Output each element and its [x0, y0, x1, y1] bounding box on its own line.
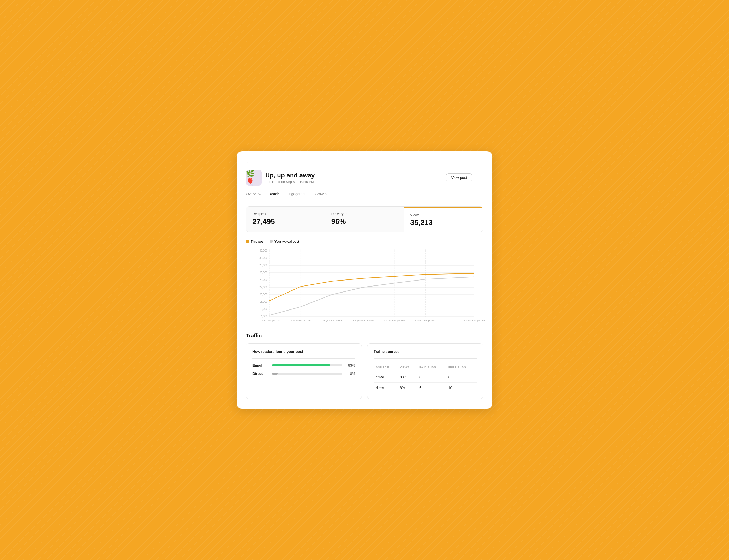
row-email-paid: 0 — [417, 372, 446, 382]
traffic-title: Traffic — [246, 333, 483, 339]
tab-growth[interactable]: Growth — [315, 192, 326, 199]
traffic-section: Traffic How readers found your post Emai… — [246, 333, 483, 399]
row-direct-views: 8% — [398, 382, 417, 393]
how-found-card: How readers found your post Email 83% Di… — [246, 343, 362, 399]
svg-text:5 days after publish: 5 days after publish — [415, 319, 436, 322]
svg-text:16,000: 16,000 — [259, 308, 268, 311]
legend-label-this-post: This post — [251, 240, 264, 243]
chart-svg-wrapper: 32,000 30,000 28,000 26,000 24,000 22,00… — [246, 247, 483, 321]
col-source: SOURCE — [374, 363, 398, 372]
tab-reach[interactable]: Reach — [268, 192, 279, 199]
svg-text:14,000: 14,000 — [259, 315, 268, 318]
typical-post-line — [269, 277, 474, 315]
back-button[interactable]: ← — [246, 160, 251, 166]
svg-text:4 days after publish: 4 days after publish — [384, 319, 405, 322]
row-email-source: email — [374, 372, 398, 382]
legend-this-post: This post — [246, 240, 264, 243]
svg-text:24,000: 24,000 — [259, 278, 268, 281]
post-title: Up, up and away — [265, 172, 314, 179]
bar-track-email — [272, 364, 342, 366]
legend-typical-post: Your typical post — [270, 240, 299, 243]
traffic-sources-card: Traffic sources SOURCE VIEWS PAID SUBS F… — [367, 343, 483, 399]
view-post-button[interactable]: View post — [446, 173, 472, 182]
traffic-sources-title: Traffic sources — [374, 349, 477, 354]
traffic-bar-direct: Direct 8% — [252, 372, 355, 376]
traffic-bar-email: Email 83% — [252, 363, 355, 367]
bar-fill-email — [272, 364, 330, 366]
svg-text:0 days after publish: 0 days after publish — [259, 319, 280, 322]
chart-container: This post Your typical post 32,000 30,00… — [246, 240, 483, 323]
stat-delivery-rate: Delivery rate 96% — [325, 207, 404, 232]
svg-text:32,000: 32,000 — [259, 249, 268, 252]
bar-track-direct — [272, 373, 342, 375]
svg-text:2 days after publish: 2 days after publish — [321, 319, 342, 322]
svg-text:28,000: 28,000 — [259, 264, 268, 267]
table-header-row: SOURCE VIEWS PAID SUBS FREE SUBS — [374, 363, 477, 372]
stat-recipients-label: Recipients — [252, 212, 319, 216]
stat-delivery-label: Delivery rate — [331, 212, 398, 216]
svg-text:1 day after publish: 1 day after publish — [290, 319, 310, 322]
how-found-divider — [252, 358, 355, 359]
stat-views-label: Views — [410, 213, 477, 217]
how-found-title: How readers found your post — [252, 349, 355, 354]
svg-text:6 days after publish: 6 days after publish — [464, 319, 485, 322]
bar-label-direct: Direct — [252, 372, 268, 376]
post-info: Up, up and away Published on Sep 6 at 10… — [265, 172, 314, 184]
col-free-subs: FREE SUBS — [446, 363, 477, 372]
tab-overview[interactable]: Overview — [246, 192, 261, 199]
main-card: ← 🌿🎈 Up, up and away Published on Sep 6 … — [236, 151, 493, 409]
table-row: email 83% 0 0 — [374, 372, 477, 382]
svg-text:26,000: 26,000 — [259, 271, 268, 274]
bar-fill-direct — [272, 373, 277, 375]
svg-text:18,000: 18,000 — [259, 300, 268, 303]
post-subtitle: Published on Sep 6 at 10:45 PM — [265, 180, 314, 184]
row-email-views: 83% — [398, 372, 417, 382]
svg-text:20,000: 20,000 — [259, 293, 268, 296]
post-header-left: 🌿🎈 Up, up and away Published on Sep 6 at… — [246, 170, 314, 186]
bar-label-email: Email — [252, 363, 268, 367]
row-direct-free: 10 — [446, 382, 477, 393]
sources-divider — [374, 358, 477, 359]
tab-engagement[interactable]: Engagement — [287, 192, 307, 199]
this-post-line — [269, 273, 474, 301]
stat-delivery-value: 96% — [331, 217, 398, 226]
svg-text:3 days after publish: 3 days after publish — [352, 319, 374, 322]
stat-views: Views 35,213 — [404, 207, 483, 232]
row-direct-paid: 6 — [417, 382, 446, 393]
stat-recipients-value: 27,495 — [252, 217, 319, 226]
bar-pct-email: 83% — [346, 363, 355, 367]
stat-recipients: Recipients 27,495 — [246, 207, 325, 232]
table-row: direct 8% 6 10 — [374, 382, 477, 393]
col-views: VIEWS — [398, 363, 417, 372]
more-options-button[interactable]: ··· — [475, 174, 483, 182]
svg-text:22,000: 22,000 — [259, 286, 268, 289]
legend-label-typical-post: Your typical post — [274, 240, 299, 243]
bar-pct-direct: 8% — [346, 372, 355, 376]
post-header-right: View post ··· — [446, 173, 483, 182]
post-thumbnail: 🌿🎈 — [246, 170, 262, 186]
traffic-cards: How readers found your post Email 83% Di… — [246, 343, 483, 399]
legend-dot-typical-post — [270, 240, 273, 243]
col-paid-subs: PAID SUBS — [417, 363, 446, 372]
post-header: 🌿🎈 Up, up and away Published on Sep 6 at… — [246, 170, 483, 186]
tabs-nav: Overview Reach Engagement Growth — [246, 192, 483, 199]
row-direct-source: direct — [374, 382, 398, 393]
stat-views-value: 35,213 — [410, 218, 477, 227]
legend-dot-this-post — [246, 240, 249, 243]
chart-svg: 32,000 30,000 28,000 26,000 24,000 22,00… — [246, 247, 483, 320]
stats-row: Recipients 27,495 Delivery rate 96% View… — [246, 206, 483, 232]
chart-legend: This post Your typical post — [246, 240, 483, 243]
row-email-free: 0 — [446, 372, 477, 382]
traffic-sources-table: SOURCE VIEWS PAID SUBS FREE SUBS email 8… — [374, 363, 477, 393]
svg-text:30,000: 30,000 — [259, 257, 268, 259]
